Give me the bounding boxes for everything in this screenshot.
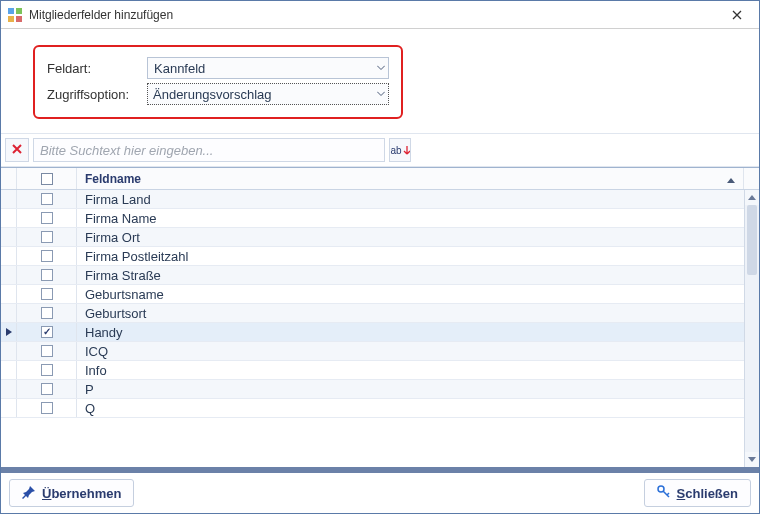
row-indicator: [1, 266, 17, 284]
svg-rect-1: [16, 8, 22, 14]
row-indicator: [1, 304, 17, 322]
row-check-cell[interactable]: [17, 266, 77, 284]
row-checkbox[interactable]: [41, 383, 53, 395]
feldart-value: Kannfeld: [154, 61, 205, 76]
table-row[interactable]: ICQ: [1, 342, 744, 361]
table-row[interactable]: Q: [1, 399, 744, 418]
svg-rect-2: [8, 16, 14, 22]
pin-icon: [22, 485, 36, 502]
options-area: Feldart: Kannfeld Zugriffsoption: Änderu…: [1, 29, 759, 133]
row-fieldname: Geburtsname: [77, 285, 744, 303]
row-check-cell[interactable]: [17, 361, 77, 379]
row-indicator: [1, 361, 17, 379]
zugriff-row: Zugriffsoption: Änderungsvorschlag: [47, 81, 389, 107]
row-fieldname: Firma Land: [77, 190, 744, 208]
table-row[interactable]: Info: [1, 361, 744, 380]
row-checkbox[interactable]: [41, 364, 53, 376]
row-indicator: [1, 228, 17, 246]
row-checkbox[interactable]: [41, 212, 53, 224]
table-row[interactable]: Firma Straße: [1, 266, 744, 285]
row-fieldname: P: [77, 380, 744, 398]
grid-header-check[interactable]: [17, 168, 77, 189]
row-check-cell[interactable]: [17, 190, 77, 208]
row-indicator: [1, 323, 17, 341]
row-fieldname: ICQ: [77, 342, 744, 360]
row-checkbox[interactable]: [41, 345, 53, 357]
row-check-cell[interactable]: [17, 247, 77, 265]
grid-header-fieldname[interactable]: Feldname: [77, 168, 744, 189]
row-fieldname: Info: [77, 361, 744, 379]
row-fieldname: Firma Postleitzahl: [77, 247, 744, 265]
key-icon: [657, 485, 671, 502]
scroll-thumb[interactable]: [747, 205, 757, 275]
grid-header-scroll-spacer: [744, 168, 759, 189]
ab-icon: ab: [390, 145, 409, 156]
clear-search-button[interactable]: [5, 138, 29, 162]
row-check-cell[interactable]: [17, 285, 77, 303]
row-checkbox[interactable]: [41, 326, 53, 338]
app-logo-icon: [7, 7, 23, 23]
row-fieldname: Firma Ort: [77, 228, 744, 246]
feldart-label: Feldart:: [47, 61, 147, 76]
table-row[interactable]: P: [1, 380, 744, 399]
row-check-cell[interactable]: [17, 342, 77, 360]
row-fieldname: Handy: [77, 323, 744, 341]
vertical-scrollbar[interactable]: [744, 190, 759, 467]
search-input[interactable]: [33, 138, 385, 162]
zugriff-label: Zugriffsoption:: [47, 87, 147, 102]
search-toolbar: ab: [1, 133, 759, 167]
feldart-select[interactable]: Kannfeld: [147, 57, 389, 79]
zugriff-select[interactable]: Änderungsvorschlag: [147, 83, 389, 105]
table-row[interactable]: Firma Postleitzahl: [1, 247, 744, 266]
apply-button[interactable]: Übernehmen: [9, 479, 134, 507]
row-indicator: [1, 342, 17, 360]
footer-bar: Übernehmen Schließen: [1, 473, 759, 513]
row-fieldname: Q: [77, 399, 744, 417]
row-checkbox[interactable]: [41, 307, 53, 319]
row-check-cell[interactable]: [17, 304, 77, 322]
table-row[interactable]: Geburtsort: [1, 304, 744, 323]
row-check-cell[interactable]: [17, 380, 77, 398]
ab-filter-button[interactable]: ab: [389, 138, 411, 162]
row-check-cell[interactable]: [17, 323, 77, 341]
row-checkbox[interactable]: [41, 250, 53, 262]
window-title: Mitgliederfelder hinzufügen: [29, 8, 721, 22]
row-indicator: [1, 399, 17, 417]
row-checkbox[interactable]: [41, 288, 53, 300]
header-checkbox[interactable]: [41, 173, 53, 185]
table-row[interactable]: Firma Name: [1, 209, 744, 228]
row-checkbox[interactable]: [41, 269, 53, 281]
options-highlight-box: Feldart: Kannfeld Zugriffsoption: Änderu…: [33, 45, 403, 119]
scroll-down-arrow[interactable]: [745, 452, 759, 467]
row-indicator: [1, 285, 17, 303]
sort-asc-icon: [727, 172, 735, 186]
row-check-cell[interactable]: [17, 399, 77, 417]
row-checkbox[interactable]: [41, 193, 53, 205]
table-row[interactable]: Geburtsname: [1, 285, 744, 304]
grid-rows: Firma LandFirma NameFirma OrtFirma Postl…: [1, 190, 744, 467]
zugriff-value: Änderungsvorschlag: [153, 87, 272, 102]
svg-rect-3: [16, 16, 22, 22]
window-close-button[interactable]: [721, 5, 753, 25]
close-button[interactable]: Schließen: [644, 479, 751, 507]
fields-grid: Feldname Firma LandFirma NameFirma OrtFi…: [1, 167, 759, 467]
scroll-up-arrow[interactable]: [745, 190, 759, 205]
row-indicator: [1, 190, 17, 208]
grid-body: Firma LandFirma NameFirma OrtFirma Postl…: [1, 190, 759, 467]
row-checkbox[interactable]: [41, 231, 53, 243]
row-fieldname: Firma Name: [77, 209, 744, 227]
row-check-cell[interactable]: [17, 209, 77, 227]
close-x-icon: [11, 143, 23, 158]
row-check-cell[interactable]: [17, 228, 77, 246]
grid-header-indicator: [1, 168, 17, 189]
row-indicator: [1, 209, 17, 227]
row-fieldname: Firma Straße: [77, 266, 744, 284]
table-row[interactable]: Handy: [1, 323, 744, 342]
row-indicator: [1, 247, 17, 265]
dialog-add-member-fields: Mitgliederfelder hinzufügen Feldart: Kan…: [0, 0, 760, 514]
table-row[interactable]: Firma Land: [1, 190, 744, 209]
table-row[interactable]: Firma Ort: [1, 228, 744, 247]
row-indicator: [1, 380, 17, 398]
row-checkbox[interactable]: [41, 402, 53, 414]
chevron-down-icon: [377, 66, 385, 71]
